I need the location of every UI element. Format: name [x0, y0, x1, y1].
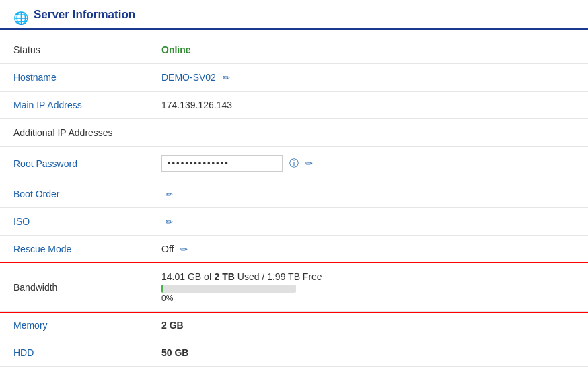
bandwidth-value-cell: 14.01 GB of 2 TB Used / 1.99 TB Free 0% — [148, 263, 588, 312]
hostname-value-cell: DEMO-SV02 ✏ — [148, 64, 588, 92]
boot-order-label: Boot Order — [0, 180, 148, 208]
root-password-value-cell: ⓘ ✏ — [148, 147, 588, 180]
rescue-mode-label: Rescue Mode — [0, 236, 148, 263]
bandwidth-total-bold: 2 TB — [215, 271, 235, 282]
bandwidth-bar-fill — [161, 285, 163, 293]
ip-label: Main IP Address — [0, 92, 148, 119]
bandwidth-label: Bandwidth — [0, 263, 148, 312]
root-password-row: Root Password ⓘ ✏ — [0, 147, 588, 180]
bandwidth-suffix: Used / 1.99 TB Free — [235, 271, 322, 282]
panel-title: Server Information — [34, 8, 135, 28]
bandwidth-bar-bg — [161, 285, 296, 293]
memory-label: Memory — [0, 312, 148, 339]
ip-value: 174.139.126.143 — [148, 92, 588, 119]
status-row: Status Online — [0, 36, 588, 64]
memory-value: 2 GB — [148, 312, 588, 339]
rescue-mode-status: Off — [161, 244, 174, 254]
hdd-value: 50 GB — [148, 339, 588, 367]
iso-edit-icon[interactable]: ✏ — [166, 217, 173, 227]
bandwidth-bar-container: 0% — [161, 285, 296, 303]
bandwidth-used-text: 14.01 GB of — [161, 271, 215, 282]
panel-header: 🌐 Server Information — [0, 0, 588, 30]
hostname-row: Hostname DEMO-SV02 ✏ — [0, 64, 588, 92]
iso-value-cell: ✏ — [148, 208, 588, 236]
hostname-label: Hostname — [0, 64, 148, 92]
bandwidth-text: 14.01 GB of 2 TB Used / 1.99 TB Free — [161, 271, 575, 282]
password-info-icon[interactable]: ⓘ — [289, 158, 299, 168]
bandwidth-row: Bandwidth 14.01 GB of 2 TB Used / 1.99 T… — [0, 263, 588, 312]
status-online-text: Online — [161, 44, 191, 55]
additional-ip-row: Additional IP Addresses — [0, 119, 588, 147]
info-table: Status Online Hostname DEMO-SV02 ✏ Main … — [0, 36, 588, 367]
iso-row: ISO ✏ — [0, 208, 588, 236]
bandwidth-percent-text: 0% — [161, 294, 296, 303]
memory-row: Memory 2 GB — [0, 312, 588, 339]
rescue-mode-row: Rescue Mode Off ✏ — [0, 236, 588, 263]
boot-order-edit-icon[interactable]: ✏ — [166, 189, 173, 199]
globe-icon: 🌐 — [13, 11, 28, 26]
hostname-text: DEMO-SV02 — [161, 72, 216, 83]
ip-row: Main IP Address 174.139.126.143 — [0, 92, 588, 119]
additional-ip-label: Additional IP Addresses — [0, 119, 148, 147]
rescue-mode-edit-icon[interactable]: ✏ — [180, 244, 188, 254]
boot-order-row: Boot Order ✏ — [0, 180, 588, 208]
server-info-container: 🌐 Server Information Status Online Hostn… — [0, 0, 588, 375]
status-label: Status — [0, 36, 148, 64]
status-value: Online — [148, 36, 588, 64]
hdd-label: HDD — [0, 339, 148, 367]
root-password-input[interactable] — [161, 155, 283, 172]
hostname-edit-icon[interactable]: ✏ — [223, 73, 230, 83]
password-edit-icon[interactable]: ✏ — [305, 158, 313, 168]
boot-order-value-cell: ✏ — [148, 180, 588, 208]
hdd-row: HDD 50 GB — [0, 339, 588, 367]
iso-label: ISO — [0, 208, 148, 236]
root-password-label: Root Password — [0, 147, 148, 180]
additional-ip-value — [148, 119, 588, 147]
rescue-mode-value-cell: Off ✏ — [148, 236, 588, 263]
